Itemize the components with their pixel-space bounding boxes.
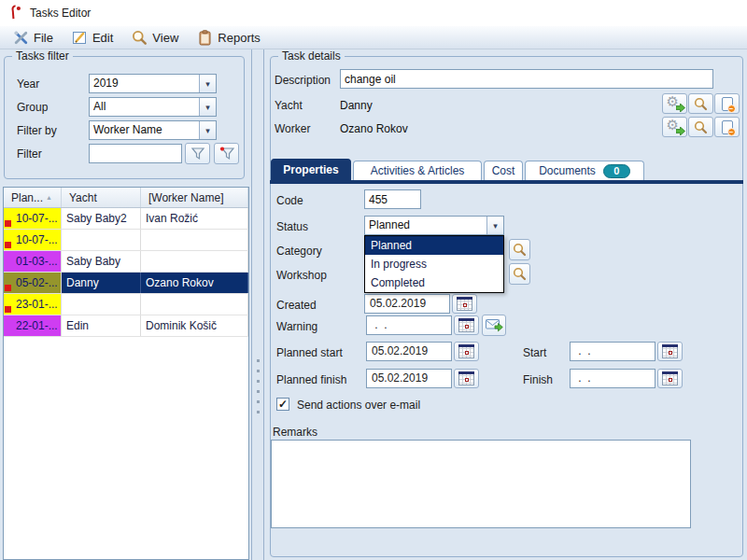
category-label: Category [276, 245, 322, 258]
chevron-down-icon[interactable]: ▾ [199, 121, 216, 139]
filter-by-combo[interactable]: Worker Name ▾ [89, 120, 217, 140]
envelope-forward-icon [486, 319, 503, 332]
overdue-marker [5, 285, 11, 291]
worker-search-button[interactable] [688, 117, 713, 137]
worker-clear-button[interactable]: − [714, 117, 740, 137]
column-header-yacht[interactable]: Yacht [62, 188, 141, 207]
yacht-search-button[interactable] [688, 93, 713, 114]
menu-view-label: View [152, 31, 178, 45]
edit-icon [72, 30, 88, 46]
menu-view[interactable]: View [126, 28, 184, 48]
workshop-label: Workshop [276, 269, 327, 282]
description-input[interactable] [340, 69, 713, 89]
column-header-worker[interactable]: [Worker Name] [141, 188, 248, 207]
planned-start-date-field[interactable]: 05.02.2019 [366, 342, 452, 361]
document-remove-icon: − [722, 120, 733, 134]
remarks-label: Remarks [273, 426, 317, 439]
group-combo[interactable]: All ▾ [89, 97, 217, 117]
table-header: Plan... ▲ Yacht [Worker Name] [4, 188, 248, 208]
funnel-icon [190, 147, 205, 161]
filter-input[interactable] [89, 144, 182, 163]
status-option-in-progress[interactable]: In progress [365, 255, 503, 273]
status-option-planned[interactable]: Planned [365, 236, 503, 255]
tab-activities-articles[interactable]: Activities & Articles [353, 161, 482, 180]
check-icon: ✓ [278, 398, 288, 411]
sort-asc-icon: ▲ [46, 194, 52, 201]
table-row-selected[interactable]: 05-02-... Danny Ozano Rokov [4, 273, 248, 294]
workshop-search-button[interactable] [509, 263, 530, 285]
code-input[interactable] [364, 189, 421, 209]
created-label: Created [276, 299, 317, 312]
calendar-icon [458, 344, 474, 358]
calendar-icon [458, 318, 474, 332]
chevron-down-icon[interactable]: ▾ [486, 217, 503, 234]
tasks-editor-window: Tasks Editor File Edit View [0, 0, 747, 560]
tools-icon [13, 30, 29, 46]
tab-underline [270, 180, 743, 184]
search-icon [513, 243, 527, 257]
document-remove-icon: − [722, 97, 733, 111]
created-calendar-button[interactable] [452, 294, 477, 314]
menu-file[interactable]: File [7, 28, 59, 48]
tasks-table: Plan... ▲ Yacht [Worker Name] 10-07-... … [3, 187, 249, 560]
table-row[interactable]: 23-01-... [4, 294, 248, 315]
menu-reports-label: Reports [218, 31, 261, 45]
start-date-field[interactable]: . . [570, 342, 655, 361]
year-combo[interactable]: 2019 ▾ [89, 74, 217, 93]
group-value: All [93, 98, 106, 116]
planned-finish-date-field[interactable]: 05.02.2019 [366, 369, 452, 388]
overdue-marker [5, 242, 11, 248]
description-label: Description [275, 74, 331, 87]
planned-start-calendar-button[interactable] [454, 342, 479, 361]
chevron-down-icon[interactable]: ▾ [199, 75, 216, 92]
send-warning-email-button[interactable] [482, 315, 506, 336]
finish-calendar-button[interactable] [657, 369, 683, 388]
filter-label: Filter [17, 147, 42, 161]
status-value: Planned [369, 217, 410, 234]
overdue-marker [5, 306, 11, 313]
status-option-completed[interactable]: Completed [365, 273, 503, 292]
clear-filter-button[interactable] [214, 143, 239, 164]
warning-label: Warning [276, 320, 317, 333]
remarks-textarea[interactable] [271, 440, 691, 528]
apply-filter-button[interactable] [185, 143, 210, 164]
warning-date-field[interactable]: . . [366, 315, 452, 335]
created-date-field[interactable]: 05.02.2019 [364, 294, 450, 314]
tasks-filter-title: Tasks filter [12, 49, 73, 63]
tab-cost[interactable]: Cost [484, 161, 523, 180]
search-icon [694, 97, 708, 111]
panel-splitter[interactable] [251, 49, 264, 560]
year-label: Year [17, 77, 39, 91]
planned-finish-calendar-button[interactable] [454, 369, 479, 388]
group-label: Group [17, 101, 48, 114]
planned-start-label: Planned start [276, 346, 343, 359]
menu-edit[interactable]: Edit [66, 28, 119, 48]
yacht-value: Danny [340, 99, 373, 112]
search-icon [513, 267, 527, 281]
column-header-planned[interactable]: Plan... ▲ [4, 188, 62, 207]
start-calendar-button[interactable] [657, 342, 683, 361]
send-email-checkbox[interactable]: ✓ [276, 398, 289, 411]
menu-file-label: File [34, 31, 53, 45]
menu-bar: File Edit View Reports [0, 26, 747, 49]
finish-date-field[interactable]: . . [570, 369, 655, 388]
table-row[interactable]: 22-01-... Edin Dominik Košič [4, 315, 248, 337]
category-search-button[interactable] [509, 239, 530, 260]
table-row[interactable]: 10-07-... [4, 230, 248, 251]
worker-assign-button[interactable]: ⚙ [662, 117, 687, 137]
tab-documents[interactable]: Documents 0 [525, 161, 644, 180]
table-row[interactable]: 01-03-... Saby Baby [4, 251, 248, 273]
status-combo[interactable]: Planned ▾ [364, 216, 504, 235]
chevron-down-icon[interactable]: ▾ [199, 98, 216, 116]
status-label: Status [276, 220, 308, 233]
calendar-icon [662, 371, 678, 385]
tab-properties[interactable]: Properties [271, 159, 351, 180]
menu-reports[interactable]: Reports [191, 28, 266, 48]
table-row[interactable]: 10-07-... Saby Baby2 Ivan Rožić [4, 208, 248, 230]
worker-value: Ozano Rokov [340, 122, 408, 135]
calendar-icon [458, 371, 474, 385]
warning-calendar-button[interactable] [454, 315, 479, 335]
yacht-clear-button[interactable]: − [714, 93, 740, 114]
yacht-assign-button[interactable]: ⚙ [662, 93, 687, 114]
search-icon [694, 120, 708, 134]
